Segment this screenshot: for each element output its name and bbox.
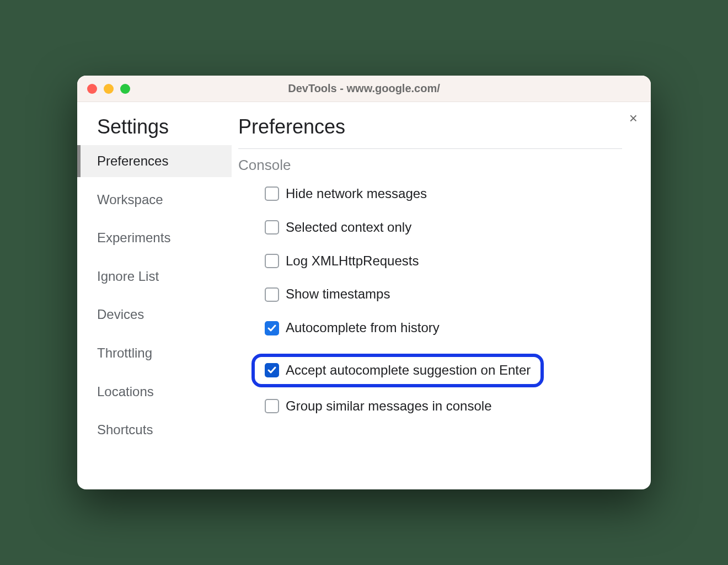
option-row: Group similar messages in console <box>265 398 622 414</box>
minimize-window-button[interactable] <box>104 84 114 94</box>
preferences-heading: Preferences <box>238 115 622 138</box>
sidebar-item-label: Devices <box>97 307 144 322</box>
sidebar-item-devices[interactable]: Devices <box>77 299 232 331</box>
option-row: Autocomplete from history <box>265 320 622 336</box>
options-list: Hide network messagesSelected context on… <box>238 186 622 414</box>
settings-heading: Settings <box>77 115 232 145</box>
sidebar-item-label: Experiments <box>97 230 170 245</box>
checkbox[interactable] <box>265 287 279 302</box>
window-titlebar: DevTools - www.google.com/ <box>77 76 651 102</box>
option-label: Log XMLHttpRequests <box>286 253 419 269</box>
maximize-window-button[interactable] <box>120 84 130 94</box>
option-row: Selected context only <box>265 220 622 236</box>
option-row: Show timestamps <box>265 286 622 302</box>
option-label: Hide network messages <box>286 186 427 202</box>
option-label: Show timestamps <box>286 286 390 302</box>
sidebar-item-label: Ignore List <box>97 269 159 284</box>
sidebar-item-label: Locations <box>97 384 154 399</box>
devtools-window: DevTools - www.google.com/ × Settings Pr… <box>77 76 651 489</box>
settings-content: × Settings PreferencesWorkspaceExperimen… <box>77 102 651 489</box>
close-window-button[interactable] <box>87 84 97 94</box>
checkbox[interactable] <box>265 399 279 413</box>
option-label: Accept autocomplete suggestion on Enter <box>286 363 531 379</box>
option-row: Log XMLHttpRequests <box>265 253 622 269</box>
sidebar-item-label: Shortcuts <box>97 422 153 437</box>
option-row: Hide network messages <box>265 186 622 202</box>
traffic-lights <box>87 84 130 94</box>
sidebar-item-label: Preferences <box>97 153 168 168</box>
sidebar-item-preferences[interactable]: Preferences <box>77 145 232 177</box>
option-label: Autocomplete from history <box>286 320 440 336</box>
section-title-console: Console <box>238 157 622 174</box>
close-icon[interactable]: × <box>629 111 638 125</box>
highlighted-option: Accept autocomplete suggestion on Enter <box>251 354 544 387</box>
checkbox[interactable] <box>265 254 279 268</box>
checkbox[interactable] <box>265 220 279 234</box>
checkbox[interactable] <box>265 363 279 377</box>
window-title: DevTools - www.google.com/ <box>288 82 440 95</box>
sidebar-item-label: Workspace <box>97 192 163 207</box>
sidebar-item-throttling[interactable]: Throttling <box>77 337 232 369</box>
option-row: Accept autocomplete suggestion on Enter <box>265 363 531 379</box>
sidebar-item-label: Throttling <box>97 345 152 360</box>
sidebar-item-locations[interactable]: Locations <box>77 376 232 408</box>
checkbox[interactable] <box>265 186 279 201</box>
settings-sidebar: Settings PreferencesWorkspaceExperiments… <box>77 102 232 489</box>
sidebar-item-ignore-list[interactable]: Ignore List <box>77 260 232 292</box>
sidebar-item-workspace[interactable]: Workspace <box>77 184 232 216</box>
sidebar-item-shortcuts[interactable]: Shortcuts <box>77 414 232 446</box>
divider <box>238 148 622 149</box>
sidebar-item-experiments[interactable]: Experiments <box>77 222 232 254</box>
option-label: Selected context only <box>286 220 411 236</box>
settings-main: Preferences Console Hide network message… <box>232 102 651 489</box>
checkbox[interactable] <box>265 321 279 335</box>
option-label: Group similar messages in console <box>286 398 492 414</box>
